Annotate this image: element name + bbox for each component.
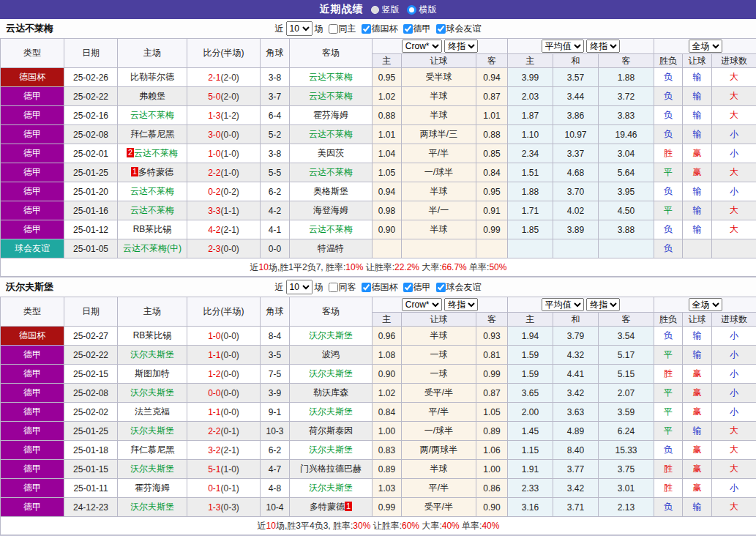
team-link[interactable]: 拜仁慕尼黑 [130, 444, 174, 455]
result-goals: 大 [712, 220, 756, 239]
odds-home: 0.95 [373, 68, 402, 87]
avg-home: 1.88 [508, 182, 553, 201]
match-row: 德甲 25-01-16 云达不莱梅 3-3(1-1) 4-2 海登海姆 0.98… [1, 201, 756, 220]
team-link[interactable]: 霍芬海姆 [313, 110, 348, 120]
team-link[interactable]: 多特蒙德 [138, 167, 173, 177]
team-link[interactable]: 波鸿 [322, 349, 340, 360]
team-link[interactable]: 门兴格拉德巴赫 [300, 464, 362, 474]
team-link[interactable]: 法兰克福 [135, 406, 170, 417]
avg-draw: 3.77 [553, 460, 599, 479]
result-wdl: 胜 [654, 365, 683, 384]
avg-home: 3.65 [508, 384, 553, 403]
team-link[interactable]: 云达不莱梅 [130, 186, 174, 196]
odds-away: 0.85 [476, 144, 508, 163]
avg-stage-select[interactable]: 终指 [586, 40, 620, 53]
team-link[interactable]: 云达不莱梅 [134, 148, 178, 158]
corner-score: 5-2 [261, 125, 290, 144]
avg-select[interactable]: 平均值 [542, 40, 584, 53]
team-link[interactable]: 云达不莱梅 [130, 110, 174, 120]
team-link[interactable]: 沃尔夫斯堡 [309, 330, 353, 340]
team-link[interactable]: 海登海姆 [313, 205, 348, 215]
league-checkbox-1[interactable]: 德甲 [400, 281, 431, 294]
team-link[interactable]: 沃尔夫斯堡 [130, 387, 174, 398]
team-link[interactable]: 沃尔夫斯堡 [130, 502, 174, 512]
avg-home: 1.87 [508, 106, 553, 125]
avg-draw: 3.42 [553, 479, 599, 498]
team-link[interactable]: 霍芬海姆 [135, 483, 170, 493]
team-link[interactable]: 沃尔夫斯堡 [309, 368, 353, 379]
team-link[interactable]: 美因茨 [318, 148, 344, 158]
team-link[interactable]: 勒沃库森 [313, 387, 348, 398]
result-goals: 小 [712, 479, 756, 498]
team-link[interactable]: 云达不莱梅 [309, 72, 353, 82]
corner-score: 4-7 [261, 460, 290, 479]
team-link[interactable]: RB莱比锡 [133, 330, 172, 340]
odds-home: 0.83 [373, 441, 402, 460]
league-checkbox-0[interactable]: 德国杯 [359, 23, 398, 35]
layout-radio-vertical[interactable]: 竖版 [371, 4, 400, 16]
games-count-select[interactable]: 10 [286, 280, 312, 294]
league-checkbox-2[interactable]: 球会友谊 [433, 281, 482, 294]
team-link[interactable]: 沃尔夫斯堡 [309, 406, 353, 417]
same-venue-checkbox[interactable]: 同客 [326, 281, 356, 294]
team-link[interactable]: 弗赖堡 [139, 91, 165, 101]
near-label: 近 [275, 281, 284, 294]
home-team: 沃尔夫斯堡 [118, 460, 187, 479]
team-link[interactable]: 比勒菲尔德 [130, 72, 174, 82]
avg-select[interactable]: 平均值 [542, 298, 584, 311]
page-title: 近期战绩 [320, 3, 364, 16]
team-link[interactable]: 云达不莱梅 [309, 167, 353, 177]
team-link[interactable]: 拜仁慕尼黑 [130, 129, 174, 139]
team-link[interactable]: 云达不莱梅 [130, 205, 174, 215]
avg-stage-select[interactable]: 终指 [586, 298, 620, 311]
team-link[interactable]: 云达不莱梅 [309, 224, 353, 234]
team-link[interactable]: RB莱比锡 [133, 224, 172, 234]
odds-provider-select[interactable]: Crow* [402, 298, 442, 311]
odds-handicap: 半球 [402, 220, 476, 239]
scope-select[interactable]: 全场 [689, 298, 722, 311]
odds-away: 0.95 [476, 182, 508, 201]
match-type: 德甲 [1, 87, 64, 106]
odds-stage-select[interactable]: 终指 [444, 298, 478, 311]
same-venue-checkbox[interactable]: 同主 [326, 23, 356, 35]
result-wdl: 胜 [654, 460, 683, 479]
away-team: 奥格斯堡 [290, 182, 373, 201]
team-link[interactable]: 云达不莱梅 [309, 129, 353, 139]
odds-provider-select[interactable]: Crow* [402, 40, 442, 53]
match-row: 德甲 25-02-08 拜仁慕尼黑 3-0(0-0) 5-2 云达不莱梅 1.0… [1, 125, 756, 144]
result-wdl: 平 [654, 422, 683, 441]
odds-handicap: 受平/半 [402, 384, 476, 403]
team-link[interactable]: 多特蒙德 [310, 502, 345, 512]
title-bar: 近期战绩 竖版 横版 [0, 0, 756, 19]
team-link[interactable]: 沃尔夫斯堡 [309, 483, 353, 493]
away-team: 云达不莱梅 [290, 87, 373, 106]
team-link[interactable]: 沃尔夫斯堡 [309, 444, 353, 455]
team-link[interactable]: 奥格斯堡 [313, 186, 348, 196]
avg-away: 3.54 [599, 327, 654, 346]
scope-select[interactable]: 全场 [689, 40, 722, 53]
team-link[interactable]: 荷尔斯泰因 [309, 425, 353, 436]
team-link[interactable]: 沃尔夫斯堡 [130, 349, 174, 360]
games-count-select[interactable]: 10 [286, 21, 312, 36]
avg-draw: 3.70 [553, 182, 599, 201]
league-checkbox-1[interactable]: 德甲 [400, 23, 431, 35]
odds-away: 0.94 [476, 68, 508, 87]
team-link[interactable]: 斯图加特 [135, 368, 170, 379]
team-link[interactable]: 沃尔夫斯堡 [130, 425, 174, 436]
score-cell: 1-2(0-0) [187, 365, 261, 384]
match-row: 球会友谊 25-01-05 云达不莱梅(中) 2-3(0-0) 0-0 特温特 … [1, 239, 756, 258]
team-link[interactable]: 特温特 [318, 243, 344, 253]
matches-table: 类型 日期 主场 比分(半场) 角球 客场 Crow* 终指 平均值 终指 全场… [0, 297, 756, 535]
team-link[interactable]: 云达不莱梅 [309, 91, 353, 101]
odds-stage-select[interactable]: 终指 [444, 40, 478, 53]
away-team: 门兴格拉德巴赫 [290, 460, 373, 479]
odds-handicap: 一/球半 [402, 163, 476, 182]
team-link[interactable]: 沃尔夫斯堡 [130, 464, 174, 474]
layout-radio-horizontal[interactable]: 横版 [407, 4, 437, 16]
avg-home: 1.85 [508, 220, 553, 239]
team-link[interactable]: 云达不莱梅(中) [123, 243, 181, 253]
home-team: 弗赖堡 [118, 87, 187, 106]
league-checkbox-2[interactable]: 球会友谊 [433, 23, 482, 35]
league-checkbox-0[interactable]: 德国杯 [359, 281, 398, 294]
home-team: 云达不莱梅 [118, 182, 187, 201]
